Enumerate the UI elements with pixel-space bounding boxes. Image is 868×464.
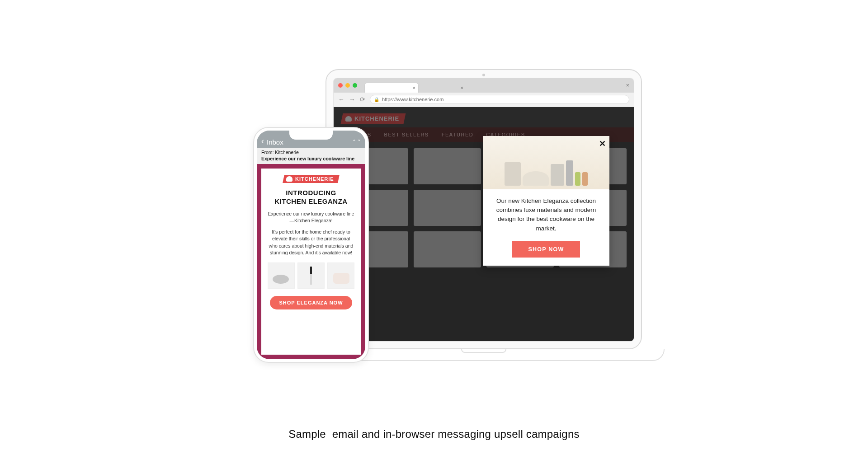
product-thumb-pot[interactable] — [327, 262, 354, 289]
nav-best-sellers[interactable]: BEST SELLERS — [384, 132, 429, 137]
product-thumb-pan[interactable] — [268, 262, 295, 289]
mail-body: KITCHENERIE INTRODUCING KITCHEN ELEGANZA… — [261, 169, 361, 355]
brand-name: KITCHENERIE — [354, 115, 399, 122]
brand-name: KITCHENERIE — [295, 176, 334, 182]
mail-body-wrap: KITCHENERIE INTRODUCING KITCHEN ELEGANZA… — [257, 164, 365, 359]
browser-window: × × × ← → ⟳ 🔒 https://www.kitchenerie.co… — [334, 78, 634, 341]
url-text: https://www.kitchenerie.com — [382, 97, 443, 102]
popup-copy: Our new Kitchen Eleganza collection comb… — [483, 189, 609, 241]
back-icon[interactable]: ← — [338, 96, 344, 103]
mail-from: From: Kitchenerie — [261, 149, 361, 155]
tab-close-icon[interactable]: × — [461, 85, 463, 90]
laptop-hinge — [461, 349, 506, 353]
website-content: KITCHENERIE ARRIVALS BEST SELLERS FEATUR… — [334, 107, 634, 341]
phone-screen: ‹ Inbox ˄ ˅ From: Kitchenerie Experience… — [257, 131, 365, 359]
nav-featured[interactable]: FEATURED — [442, 132, 473, 137]
site-header: KITCHENERIE — [334, 107, 634, 127]
laptop-camera — [482, 74, 485, 76]
browser-tabbar: × × × — [334, 78, 634, 93]
brand-logo[interactable]: KITCHENERIE — [341, 113, 406, 124]
cookware-icon — [505, 162, 521, 186]
minimize-icon[interactable] — [345, 83, 350, 88]
shop-now-button[interactable]: SHOP NOW — [512, 241, 580, 258]
close-icon[interactable] — [338, 83, 343, 88]
laptop-lid: × × × ← → ⟳ 🔒 https://www.kitchenerie.co… — [326, 69, 642, 349]
laptop-mockup: × × × ← → ⟳ 🔒 https://www.kitchenerie.co… — [326, 69, 642, 361]
product-tile[interactable] — [414, 190, 481, 226]
cookware-icon — [582, 172, 588, 186]
cookware-icon — [575, 172, 580, 186]
chef-hat-icon — [345, 116, 352, 121]
email-copy: It's perfect for the home chef ready to … — [268, 229, 354, 256]
product-thumb-knife[interactable] — [297, 262, 325, 289]
inbox-label[interactable]: Inbox — [267, 138, 283, 146]
tab-close-icon[interactable]: × — [413, 85, 415, 90]
mail-meta: From: Kitchenerie Experience our new lux… — [257, 148, 365, 164]
product-tile[interactable] — [414, 148, 481, 184]
reload-icon[interactable]: ⟳ — [360, 96, 365, 103]
maximize-icon[interactable] — [353, 83, 357, 88]
product-tile[interactable] — [414, 231, 481, 267]
close-icon[interactable]: ✕ — [599, 139, 606, 149]
brand-logo: KITCHENERIE — [283, 175, 339, 183]
popup-hero-image: ✕ — [483, 136, 609, 189]
email-intro: Experience our new luxury cookware line—… — [268, 211, 354, 224]
phone-mockup: ‹ Inbox ˄ ˅ From: Kitchenerie Experience… — [253, 127, 369, 363]
browser-addressbar: ← → ⟳ 🔒 https://www.kitchenerie.com — [334, 93, 634, 107]
phone-notch — [289, 131, 333, 140]
mockup-stage: × × × ← → ⟳ 🔒 https://www.kitchenerie.co… — [249, 69, 619, 376]
cookware-icon — [523, 171, 549, 186]
chevron-left-icon[interactable]: ‹ — [261, 136, 264, 146]
mail-subject: Experience our new luxury cookware line — [261, 155, 361, 162]
forward-icon[interactable]: → — [349, 96, 355, 103]
upsell-popup: ✕ Our new Kitchen Eleganza collection co… — [483, 136, 609, 266]
figure-caption: Sample email and in-browser messaging up… — [288, 428, 579, 441]
window-close-icon[interactable]: × — [626, 82, 629, 89]
browser-tab-ghost: × — [421, 83, 467, 93]
email-thumbnails — [268, 262, 354, 289]
chevron-up-icon[interactable]: ˄ — [353, 139, 356, 146]
cookware-icon — [566, 160, 573, 186]
chef-hat-icon — [286, 176, 292, 182]
shop-eleganza-button[interactable]: SHOP ELEGANZA NOW — [270, 296, 352, 309]
lock-icon: 🔒 — [374, 97, 379, 102]
email-heading-line1: INTRODUCING — [268, 189, 354, 197]
chevron-down-icon[interactable]: ˅ — [358, 139, 361, 146]
email-heading-line2: KITCHEN ELEGANZA — [268, 197, 354, 206]
browser-tab-active[interactable]: × — [364, 83, 419, 93]
url-field[interactable]: 🔒 https://www.kitchenerie.com — [370, 95, 629, 104]
window-controls — [338, 83, 357, 88]
cookware-icon — [551, 164, 564, 186]
email-heading: INTRODUCING KITCHEN ELEGANZA — [268, 189, 354, 206]
